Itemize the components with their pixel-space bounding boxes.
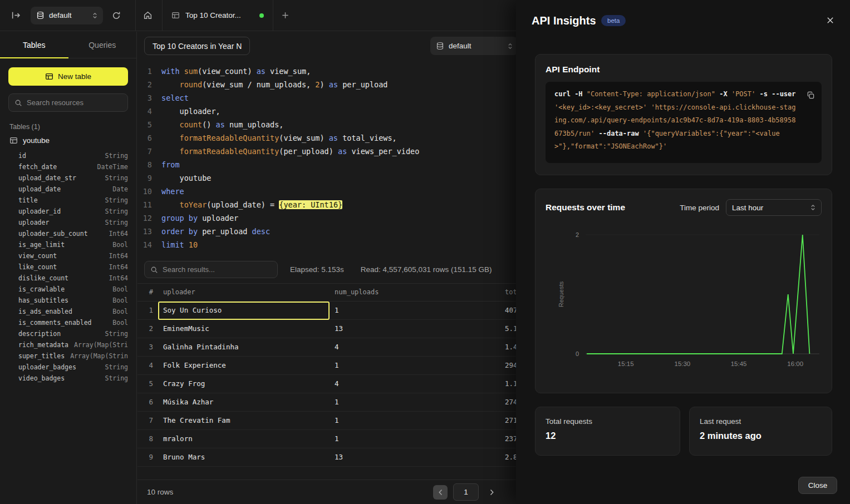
cell-num-uploads[interactable]: 13: [330, 320, 500, 338]
chevron-updown-icon: [92, 12, 97, 19]
query-title-button[interactable]: Top 10 Creators in Year N: [144, 37, 250, 55]
schema-column-row: upload_dateDate: [8, 184, 128, 195]
column-header-num-uploads[interactable]: num_uploads: [330, 283, 500, 302]
database-icon: [436, 42, 444, 50]
copy-icon[interactable]: [807, 91, 815, 100]
svg-text:16:00: 16:00: [787, 360, 803, 367]
curl-command: curl -H "Content-Type: application/json"…: [546, 82, 822, 163]
row-index[interactable]: 8: [137, 430, 158, 448]
cell-uploader[interactable]: Folk Experience: [158, 357, 330, 375]
total-requests-value: 12: [546, 431, 670, 441]
new-table-label: New table: [58, 72, 91, 81]
new-tab-button[interactable]: [281, 11, 289, 19]
cell-uploader[interactable]: Bruno Mars: [158, 448, 330, 467]
unsaved-changes-dot: [259, 13, 264, 18]
schema-column-row: uploaderString: [8, 217, 128, 228]
cell-uploader[interactable]: Galinha Pintadinha: [158, 338, 330, 357]
cell-uploader[interactable]: mralorn: [158, 430, 330, 448]
cell-uploader[interactable]: Crazy Frog: [158, 375, 330, 393]
schema-column-row: idString: [8, 150, 128, 161]
row-index[interactable]: 3: [137, 338, 158, 357]
svg-text:15:15: 15:15: [618, 360, 634, 367]
requests-title: Requests over time: [546, 202, 625, 213]
results-search[interactable]: [144, 261, 278, 278]
search-icon: [14, 99, 22, 107]
row-index[interactable]: 4: [137, 357, 158, 375]
row-index[interactable]: 9: [137, 448, 158, 467]
schema-column-row: uploader_badgesString: [8, 362, 128, 373]
page-number[interactable]: 1: [453, 483, 479, 501]
cell-num-uploads[interactable]: 1: [330, 302, 500, 320]
refresh-icon[interactable]: [112, 11, 121, 20]
row-index[interactable]: 5: [137, 375, 158, 393]
beta-badge: beta: [601, 15, 626, 26]
cell-num-uploads[interactable]: 1: [330, 430, 500, 448]
row-index[interactable]: 2: [137, 320, 158, 338]
tab-tables[interactable]: Tables: [0, 32, 68, 58]
schema-column-row: fetch_dateDateTime: [8, 161, 128, 172]
schema-column-row: uploader_idString: [8, 206, 128, 217]
schema-column-row: has_subtitlesBool: [8, 295, 128, 306]
cell-uploader[interactable]: EminemMusic: [158, 320, 330, 338]
cell-num-uploads[interactable]: 1: [330, 412, 500, 430]
sidebar-search-input[interactable]: [27, 98, 125, 107]
cell-num-uploads[interactable]: 4: [330, 375, 500, 393]
api-endpoint-title: API Endpoint: [546, 65, 822, 75]
column-header-uploader[interactable]: uploader: [158, 283, 330, 302]
cell-num-uploads[interactable]: 13: [330, 448, 500, 467]
previous-page-button[interactable]: [433, 485, 448, 500]
row-index[interactable]: 7: [137, 412, 158, 430]
cell-num-uploads[interactable]: 1: [330, 357, 500, 375]
requests-chart: 0215:1515:3015:4516:00Requests: [546, 223, 823, 381]
svg-text:Requests: Requests: [558, 281, 564, 307]
results-search-input[interactable]: [163, 265, 272, 274]
close-icon[interactable]: [826, 16, 834, 24]
schema-column-row: is_age_limitBool: [8, 239, 128, 250]
tables-section-header: Tables (1): [9, 123, 128, 131]
column-header-index: #: [137, 283, 158, 302]
search-icon: [150, 266, 158, 274]
cell-uploader[interactable]: Músika Azhar: [158, 393, 330, 412]
svg-text:2: 2: [576, 231, 579, 238]
cell-num-uploads[interactable]: 1: [330, 393, 500, 412]
sidebar-collapse-icon[interactable]: [11, 11, 21, 20]
schema-column-row: like_countInt64: [8, 261, 128, 273]
query-database-value: default: [449, 42, 471, 50]
query-database-selector[interactable]: default: [430, 37, 518, 55]
schema-column-row: video_badgesString: [8, 373, 128, 384]
pagination: 1: [433, 483, 499, 501]
divider: [135, 0, 136, 31]
selected-cell[interactable]: Soy Un Curioso: [158, 302, 330, 320]
sidebar-tabs: Tables Queries: [0, 32, 136, 58]
table-icon: [45, 72, 53, 81]
tab-top-10-creators[interactable]: Top 10 Creator...: [162, 0, 273, 31]
row-index[interactable]: 1: [137, 302, 158, 320]
sidebar-item-youtube[interactable]: youtube: [9, 136, 128, 145]
tab-queries[interactable]: Queries: [68, 32, 137, 58]
schema-column-row: super_titlesArray(Map(Strin: [8, 350, 128, 362]
requests-over-time-card: Requests over time Time period Last hour…: [535, 189, 832, 393]
chevron-updown-icon: [508, 42, 513, 50]
sidebar-search[interactable]: [8, 93, 128, 112]
table-icon: [9, 136, 18, 145]
cell-uploader[interactable]: The Crevatin Fam: [158, 412, 330, 430]
svg-text:15:45: 15:45: [731, 360, 747, 367]
schema-column-row: descriptionString: [8, 328, 128, 339]
last-request-card: Last request 2 minutes ago: [689, 407, 832, 456]
panel-title: API Insights: [532, 14, 596, 27]
api-insights-panel: API Insights beta API Endpoint curl -H "…: [516, 0, 850, 504]
row-index[interactable]: 6: [137, 393, 158, 412]
time-period-label: Time period: [680, 204, 719, 212]
schema-column-row: is_comments_enabledBool: [8, 317, 128, 328]
chevron-updown-icon: [810, 204, 815, 211]
cell-num-uploads[interactable]: 4: [330, 338, 500, 357]
schema-column-row: rich_metadataArray(Map(Stri: [8, 339, 128, 350]
schema-column-row: view_countInt64: [8, 250, 128, 261]
database-selector[interactable]: default: [31, 7, 103, 24]
time-period-selector[interactable]: Last hour: [726, 199, 822, 216]
home-button[interactable]: [143, 11, 153, 20]
close-button[interactable]: Close: [798, 477, 837, 494]
table-name: youtube: [23, 136, 50, 145]
next-page-button[interactable]: [484, 485, 499, 500]
new-table-button[interactable]: New table: [8, 67, 128, 86]
